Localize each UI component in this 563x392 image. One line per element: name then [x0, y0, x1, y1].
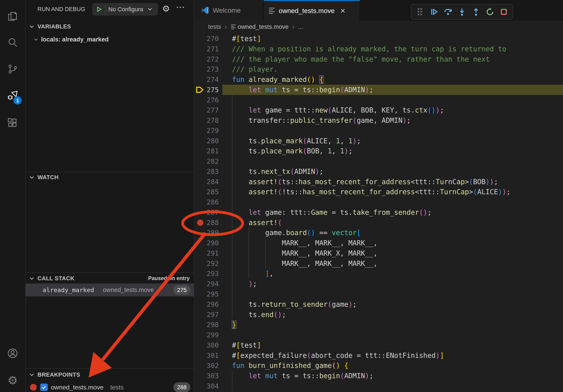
line-number[interactable]: 296 — [195, 299, 219, 310]
line-number[interactable]: 300 — [195, 340, 219, 350]
line-number[interactable]: 271 — [195, 44, 219, 54]
code-line-289[interactable]: 289 game.board() == vector[ — [195, 228, 563, 238]
code-line-284[interactable]: 284 assert!(ts::has_most_recent_for_addr… — [195, 177, 563, 187]
code-line-301[interactable]: 301#[expected_failure(abort_code = ttt::… — [195, 350, 563, 361]
code-line-273[interactable]: 273/// player. — [195, 64, 563, 74]
line-number[interactable]: 280 — [195, 136, 219, 146]
step-into-button[interactable] — [457, 6, 468, 17]
tab-owned-tests-move[interactable]: owned_tests.move ✕ — [264, 0, 360, 21]
code-line-285[interactable]: 285 assert!(!ts::has_most_recent_for_add… — [195, 187, 563, 197]
code-line-302[interactable]: 302fun burn_unfinished_game() { — [195, 360, 563, 371]
debug-settings-gear-icon[interactable]: ⚙ — [162, 3, 170, 14]
call-stack-frame-row[interactable]: already_marked owned_tests.move 275 — [26, 283, 194, 297]
source-control-icon[interactable] — [0, 58, 25, 80]
code-line-295[interactable]: 295 — [195, 289, 563, 299]
code-editor[interactable]: 270#[test]271/// When a position is alre… — [195, 34, 563, 392]
line-number[interactable]: 282 — [195, 156, 219, 166]
code-line-293[interactable]: 293 ], — [195, 268, 563, 279]
line-number[interactable]: 288 — [195, 218, 219, 228]
line-number[interactable]: 298 — [195, 320, 219, 330]
variables-scope-row[interactable]: locals: already_marked — [26, 34, 194, 45]
line-number[interactable]: 287 — [195, 207, 219, 218]
account-icon[interactable] — [0, 342, 25, 364]
breadcrumb-file[interactable]: owned_tests.move — [238, 23, 288, 30]
step-out-button[interactable] — [471, 6, 482, 17]
code-line-282[interactable]: 282 — [195, 156, 563, 166]
restart-button[interactable] — [485, 6, 496, 17]
code-line-298[interactable]: 298} — [195, 320, 563, 330]
line-number[interactable]: 285 — [195, 187, 219, 197]
code-line-297[interactable]: 297 ts.end(); — [195, 310, 563, 320]
continue-button[interactable] — [428, 6, 439, 17]
line-number[interactable]: 303 — [195, 371, 219, 381]
code-line-270[interactable]: 270#[test] — [195, 34, 563, 44]
line-number[interactable]: 284 — [195, 177, 219, 187]
code-line-271[interactable]: 271/// When a position is already marked… — [195, 44, 563, 54]
code-line-272[interactable]: 272/// the player who made the "false" m… — [195, 54, 563, 64]
line-number[interactable]: 273 — [195, 64, 219, 74]
code-line-281[interactable]: 281 ts.place_mark(BOB, 1, 1); — [195, 146, 563, 156]
code-line-292[interactable]: 292 MARK__, MARK__, MARK__, — [195, 258, 563, 269]
line-number[interactable]: 297 — [195, 310, 219, 320]
line-number[interactable]: 281 — [195, 146, 219, 156]
settings-gear-icon[interactable]: ⚙ — [0, 369, 25, 391]
code-line-277[interactable]: 277 let game = ttt::new(ALICE, BOB, KEY,… — [195, 105, 563, 115]
code-line-291[interactable]: 291 MARK__, MARK_X, MARK__, — [195, 248, 563, 258]
code-line-299[interactable]: 299 — [195, 330, 563, 340]
line-number[interactable]: 276 — [195, 95, 219, 105]
launch-configuration-dropdown[interactable]: No Configura — [92, 3, 158, 15]
code-line-288[interactable]: 288 assert!( — [195, 218, 563, 228]
breakpoint-row[interactable]: owned_tests.move tests 288 — [26, 382, 194, 392]
code-line-276[interactable]: 276 — [195, 95, 563, 105]
code-line-296[interactable]: 296 ts.return_to_sender(game); — [195, 299, 563, 310]
tab-welcome[interactable]: Welcome — [195, 0, 263, 21]
step-over-button[interactable] — [442, 6, 454, 17]
search-icon[interactable] — [0, 32, 25, 53]
line-number[interactable]: 304 — [195, 381, 219, 391]
code-line-275[interactable]: 275 let mut ts = ts::begin(ADMIN); — [195, 85, 563, 95]
stop-button[interactable] — [498, 6, 509, 17]
line-number[interactable]: 302 — [195, 360, 219, 371]
watch-section-header[interactable]: WATCH — [26, 172, 194, 182]
extensions-icon[interactable] — [0, 112, 25, 134]
breakpoint-checkbox[interactable] — [40, 383, 48, 391]
code-line-300[interactable]: 300#[test] — [195, 340, 563, 350]
line-number[interactable]: 299 — [195, 330, 219, 340]
code-line-294[interactable]: 294 ); — [195, 279, 563, 289]
line-number[interactable]: 291 — [195, 248, 219, 258]
code-line-280[interactable]: 280 ts.place_mark(ALICE, 1, 1); — [195, 136, 563, 146]
code-line-278[interactable]: 278 transfer::public_transfer(game, ADMI… — [195, 115, 563, 126]
breadcrumb-symbol[interactable]: ... — [298, 23, 303, 30]
line-number[interactable]: 283 — [195, 166, 219, 177]
code-line-274[interactable]: 274fun already_marked() { — [195, 74, 563, 85]
line-number[interactable]: 290 — [195, 238, 219, 248]
code-line-304[interactable]: 304 — [195, 381, 563, 391]
line-number[interactable]: 274 — [195, 74, 219, 85]
line-number[interactable]: 277 — [195, 105, 219, 115]
line-number[interactable]: 286 — [195, 197, 219, 207]
line-number[interactable]: 293 — [195, 268, 219, 279]
line-number[interactable]: 301 — [195, 350, 219, 361]
line-number[interactable]: 272 — [195, 54, 219, 64]
drag-handle-icon[interactable] — [414, 6, 425, 17]
line-number[interactable]: 275 — [195, 85, 219, 95]
code-line-290[interactable]: 290 MARK__, MARK__, MARK__, — [195, 238, 563, 248]
line-number[interactable]: 292 — [195, 258, 219, 269]
code-line-283[interactable]: 283 ts.next_tx(ADMIN); — [195, 166, 563, 177]
variables-section-header[interactable]: VARIABLES — [26, 21, 194, 32]
call-stack-section-header[interactable]: CALL STACK Paused on entry — [26, 273, 194, 283]
line-number[interactable]: 295 — [195, 289, 219, 299]
code-line-287[interactable]: 287 let game: ttt::Game = ts.take_from_s… — [195, 207, 563, 218]
more-actions-icon[interactable]: ⋯ — [176, 1, 186, 12]
run-and-debug-icon[interactable]: 1 — [0, 85, 25, 107]
code-line-279[interactable]: 279 — [195, 126, 563, 136]
line-number[interactable]: 278 — [195, 115, 219, 126]
line-number[interactable]: 294 — [195, 279, 219, 289]
close-icon[interactable]: ✕ — [340, 7, 345, 15]
line-number[interactable]: 289 — [195, 228, 219, 238]
explorer-icon[interactable] — [0, 6, 25, 27]
breadcrumb-folder[interactable]: tests — [208, 23, 221, 30]
line-number[interactable]: 279 — [195, 126, 219, 136]
code-line-286[interactable]: 286 — [195, 197, 563, 207]
code-line-303[interactable]: 303 let mut ts = ts::begin(ADMIN); — [195, 371, 563, 381]
